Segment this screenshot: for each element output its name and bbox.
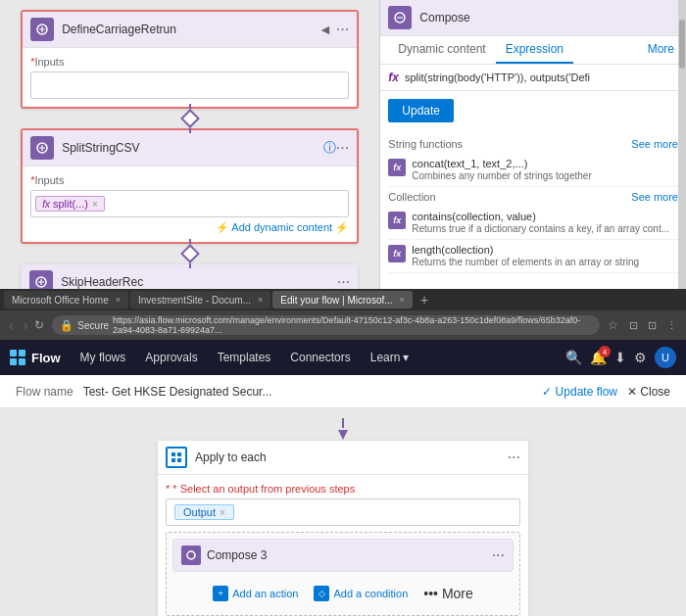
card-arrow-icon: ◄ — [318, 22, 332, 37]
tab-expression[interactable]: Expression — [496, 36, 573, 64]
top-panel-scrollbar-thumb — [679, 20, 685, 69]
compose3-menu[interactable]: ··· — [492, 546, 505, 564]
apply-each-header: Apply to each ··· — [158, 441, 528, 475]
tab-dynamic-content[interactable]: Dynamic content — [388, 36, 495, 64]
ext-btn-2[interactable]: ⊡ — [645, 318, 660, 333]
card-menu-icon-2[interactable]: ··· — [336, 139, 349, 157]
search-btn[interactable]: 🔍 — [565, 350, 582, 365]
address-bar[interactable]: 🔒 Secure https://asia.flow.microsoft.com… — [52, 315, 600, 335]
logo-dot-4 — [19, 358, 25, 365]
nav-connectors[interactable]: Connectors — [290, 347, 350, 368]
nav-approvals[interactable]: Approvals — [145, 347, 197, 368]
apply-each-inner: Compose 3 ··· + Add an action ◇ Add a co… — [166, 532, 520, 616]
toolbar-right: 🔍 🔔 4 ⬇ ⚙ U — [565, 347, 676, 368]
select-output-label: * * Select an output from previous steps — [166, 483, 520, 495]
compose3-card[interactable]: Compose 3 ··· — [172, 539, 514, 572]
card-menu-icon-3[interactable]: ··· — [337, 273, 350, 289]
apply-each-title: Apply to each — [195, 450, 508, 464]
fx-icon: fx — [42, 199, 50, 210]
new-tab-btn[interactable]: + — [415, 292, 434, 308]
bottom-panel: Flow My flows Approvals Templates Connec… — [0, 340, 686, 616]
logo-dot-3 — [10, 358, 17, 365]
settings-btn[interactable]: ⚙ — [634, 350, 647, 365]
expression-input-bar[interactable]: fx split(string(body('HTTP')), outputs('… — [380, 65, 686, 91]
refresh-btn[interactable]: ↻ — [34, 318, 44, 332]
tab-edit-flow[interactable]: Edit your flow | Microsof... × — [272, 291, 413, 308]
expression-text: split(string(body('HTTP')), outputs('Def… — [405, 71, 678, 83]
func-item-icon-contains: fx — [388, 212, 406, 229]
output-tag-close[interactable]: × — [220, 507, 225, 518]
inputs-field[interactable] — [30, 71, 349, 99]
more-actions-btn[interactable]: ••• More — [423, 586, 473, 601]
func-tag-close[interactable]: × — [92, 199, 98, 210]
top-panel-scrollbar[interactable] — [678, 0, 686, 289]
more-options-btn[interactable]: ⋮ — [663, 318, 680, 333]
nav-templates[interactable]: Templates — [218, 347, 271, 368]
bookmark-btn[interactable]: ☆ — [608, 318, 618, 332]
update-button[interactable]: Update — [388, 99, 454, 122]
svg-rect-8 — [172, 458, 175, 462]
bottom-actions: + Add an action ◇ Add a condition ••• Mo… — [172, 578, 514, 609]
flow-logo-icon — [10, 350, 25, 365]
add-dynamic-link[interactable]: ⚡ Add dynamic content ⚡ — [30, 221, 349, 234]
tab-investment-close[interactable]: × — [258, 295, 263, 305]
tab-investment-site[interactable]: InvestmentSite - Docum... × — [130, 291, 270, 308]
compose-header: Compose — [380, 0, 686, 36]
browser-actions: ⊡ ⊡ ⋮ — [626, 318, 680, 333]
download-btn[interactable]: ⬇ — [614, 350, 626, 365]
func-item-length[interactable]: fx length(collection) Returns the number… — [388, 240, 678, 273]
svg-rect-6 — [172, 452, 175, 456]
back-btn[interactable]: ‹ — [6, 317, 17, 333]
func-item-text-contains: contains(collection, value) Returns true… — [412, 211, 669, 235]
nav-my-flows[interactable]: My flows — [80, 347, 126, 368]
add-connector-2[interactable] — [180, 244, 200, 263]
svg-rect-9 — [177, 458, 181, 462]
tab-office-home-close[interactable]: × — [116, 295, 121, 305]
info-icon[interactable]: ⓘ — [323, 139, 336, 157]
user-avatar[interactable]: U — [655, 347, 676, 368]
inputs-tag-field[interactable]: fx split(...) × — [30, 190, 349, 217]
add-condition-icon: ◇ — [314, 586, 329, 601]
compose3-icon — [181, 545, 201, 565]
card-title: DefineCarriageRetrun — [62, 23, 318, 36]
tab-edit-flow-close[interactable]: × — [400, 295, 405, 305]
flow-name-bar: Flow name Test- Get HKSE Designated Secu… — [0, 375, 686, 408]
browser-controls: ‹ › ↻ 🔒 Secure https://asia.flow.microso… — [0, 310, 686, 340]
string-functions-see-more[interactable]: See more — [631, 138, 678, 150]
apply-each-body: * * Select an output from previous steps… — [158, 475, 528, 616]
add-action-label: Add an action — [232, 588, 298, 599]
forward-btn[interactable]: › — [21, 317, 31, 333]
ext-btn-1[interactable]: ⊡ — [626, 318, 641, 333]
apply-each-menu[interactable]: ··· — [508, 449, 520, 466]
bell-btn[interactable]: 🔔 4 — [590, 350, 607, 365]
add-connector-1[interactable] — [180, 109, 200, 128]
inputs-label-2: *Inputs — [30, 174, 349, 186]
output-tag-field[interactable]: Output × — [166, 498, 520, 526]
output-tag: Output × — [174, 504, 234, 520]
update-flow-btn[interactable]: ✓ Update flow — [542, 385, 617, 399]
add-action-icon: + — [213, 586, 228, 601]
add-condition-label: Add a condition — [333, 588, 408, 599]
svg-rect-7 — [177, 452, 181, 456]
close-flow-btn[interactable]: ✕ Close — [627, 385, 670, 399]
func-item-concat[interactable]: fx concat(text_1, text_2,...) Combines a… — [388, 154, 678, 187]
logo-dot-1 — [10, 350, 17, 356]
define-carriage-card[interactable]: DefineCarriageRetrun ◄ ··· *Inputs — [21, 10, 359, 109]
card-menu-icon[interactable]: ··· — [336, 21, 349, 38]
compose3-title: Compose 3 — [207, 548, 492, 562]
func-item-contains[interactable]: fx contains(collection, value) Returns t… — [388, 207, 678, 240]
tab-office-home[interactable]: Microsoft Office Home × — [4, 291, 128, 308]
split-string-card[interactable]: SplitStringCSV ⓘ ··· *Inputs fx split(..… — [21, 128, 359, 244]
add-condition-btn[interactable]: ◇ Add a condition — [314, 586, 408, 601]
tabs-bar: Dynamic content Expression More — [380, 36, 686, 65]
bottom-canvas: Apply to each ··· * * Select an output f… — [0, 408, 686, 616]
notification-badge: 4 — [599, 346, 611, 357]
tab-more[interactable]: More — [644, 36, 678, 64]
card-icon-3 — [29, 270, 53, 289]
nav-learn[interactable]: Learn ▾ — [370, 351, 410, 364]
add-action-btn[interactable]: + Add an action — [213, 586, 298, 601]
inputs-label: *Inputs — [30, 56, 349, 68]
nav-learn-label: Learn — [370, 351, 401, 364]
apply-each-card[interactable]: Apply to each ··· * * Select an output f… — [157, 440, 529, 616]
collection-see-more[interactable]: See more — [631, 191, 678, 203]
